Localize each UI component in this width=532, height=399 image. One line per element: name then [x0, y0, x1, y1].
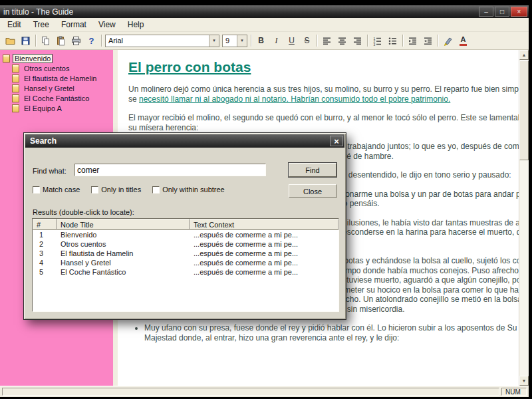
num-lock-indicator: NUM	[501, 388, 527, 396]
column-header-text-context[interactable]: Text Context	[190, 219, 338, 230]
doc-paragraph: El mayor recibió el molino, el segundo s…	[128, 113, 529, 132]
menu-help[interactable]: Help	[122, 18, 150, 31]
tree-node-otros-cuentos[interactable]: Otros cuentos	[0, 63, 113, 73]
menu-format[interactable]: Format	[55, 18, 92, 31]
toolbar-separator	[438, 35, 438, 47]
underline-button[interactable]: U	[284, 34, 299, 48]
font-size-value: 9	[223, 37, 237, 45]
note-icon	[12, 84, 19, 92]
note-icon	[3, 55, 10, 63]
window-title: in título - The Guide	[3, 7, 73, 17]
font-color-icon[interactable]: A	[456, 34, 471, 48]
editor-scrollbar[interactable]: ▲ ▼	[519, 50, 529, 386]
close-icon: ×	[334, 136, 339, 146]
open-icon[interactable]	[3, 34, 18, 48]
toolbar-separator	[402, 35, 403, 47]
scroll-up-icon[interactable]: ▲	[519, 50, 529, 60]
toolbar-separator	[101, 35, 102, 47]
toolbar-separator	[317, 35, 317, 47]
find-what-label: Find what:	[33, 167, 66, 175]
window-controls: – □ ×	[479, 7, 527, 17]
status-message-cell	[2, 388, 499, 396]
menu-bar: Edit Tree Format View Help	[0, 18, 529, 32]
tree-node-flautista[interactable]: El flautista de Hamelin	[0, 73, 113, 83]
result-row[interactable]: 3 El flautista de Hamelin ...espués de c…	[33, 249, 338, 258]
result-row[interactable]: 4 Hansel y Gretel ...espués de comerme a…	[33, 258, 338, 267]
find-button[interactable]: Find	[289, 163, 336, 177]
status-bar: NUM	[0, 386, 529, 397]
search-options: Match case Only in titles Only within su…	[33, 186, 225, 194]
note-icon	[12, 94, 19, 102]
maximize-button[interactable]: □	[495, 7, 509, 17]
dialog-title-bar[interactable]: Search ×	[25, 134, 344, 148]
strikethrough-button[interactable]: S	[299, 34, 315, 48]
bold-button[interactable]: B	[253, 34, 269, 48]
tree-node-equipo[interactable]: El Equipo A	[0, 103, 113, 113]
results-header: # Node Title Text Context	[33, 219, 338, 230]
match-case-checkbox[interactable]: Match case	[33, 186, 80, 194]
doc-bullet: Muy ufano con su presa, fuese donde el r…	[144, 323, 529, 342]
help-icon[interactable]: ?	[84, 34, 99, 48]
checkbox-icon	[91, 186, 98, 194]
toolbar-separator	[367, 35, 368, 47]
column-header-number[interactable]: #	[33, 219, 57, 230]
title-bar[interactable]: in título - The Guide – □ ×	[0, 5, 529, 18]
bullet-list-icon[interactable]	[385, 34, 400, 48]
menu-edit[interactable]: Edit	[1, 18, 27, 31]
close-button[interactable]: ×	[511, 7, 527, 17]
checkbox-icon	[152, 186, 160, 194]
find-input[interactable]	[74, 164, 266, 176]
dialog-title: Search	[30, 136, 57, 146]
scroll-thumb[interactable]	[519, 61, 529, 160]
result-row[interactable]: 5 El Coche Fantástico ...espués de comer…	[33, 267, 338, 277]
indent-icon[interactable]	[420, 34, 436, 48]
note-icon	[12, 104, 19, 112]
align-center-icon[interactable]	[334, 34, 350, 48]
tree-node-coche[interactable]: El Coche Fantástico	[0, 93, 113, 103]
italic-button[interactable]: I	[269, 34, 284, 48]
menu-view[interactable]: View	[92, 18, 122, 31]
chevron-down-icon: ▼	[209, 35, 219, 47]
result-row[interactable]: 2 Otros cuentos ...espués de comerme a m…	[33, 239, 338, 249]
svg-text:3: 3	[374, 42, 376, 46]
note-icon	[12, 74, 19, 82]
minimize-button[interactable]: –	[479, 7, 493, 17]
print-icon[interactable]	[68, 34, 84, 48]
only-within-subtree-checkbox[interactable]: Only within subtree	[152, 186, 225, 194]
font-family-select[interactable]: Arial ▼	[105, 35, 219, 47]
only-in-titles-checkbox[interactable]: Only in titles	[91, 186, 141, 194]
toolbar-separator	[35, 35, 36, 47]
menu-tree[interactable]: Tree	[27, 18, 55, 31]
copy-icon[interactable]	[38, 34, 53, 48]
desktop: in título - The Guide – □ × Edit Tree Fo…	[0, 0, 532, 399]
font-family-value: Arial	[106, 37, 209, 45]
dialog-close-button[interactable]: ×	[330, 136, 343, 146]
tree-node-hansel[interactable]: Hansel y Gretel	[0, 83, 113, 93]
maximize-icon: □	[500, 9, 504, 15]
column-header-node-title[interactable]: Node Title	[57, 219, 190, 230]
minimize-icon: –	[484, 9, 488, 15]
chevron-down-icon: ▼	[237, 35, 247, 47]
close-icon: ×	[517, 9, 521, 15]
toolbar: ? Arial ▼ 9 ▼ B I U S	[0, 32, 529, 50]
align-right-icon[interactable]	[350, 34, 365, 48]
results-list: # Node Title Text Context 1 Bienvenido .…	[32, 218, 339, 312]
font-size-select[interactable]: 9 ▼	[222, 35, 247, 47]
align-left-icon[interactable]	[319, 34, 334, 48]
highlight-icon[interactable]	[440, 34, 456, 48]
toolbar-separator	[251, 35, 251, 47]
numbered-list-icon[interactable]: 123	[370, 34, 385, 48]
save-icon[interactable]	[18, 34, 33, 48]
results-label: Results (double-click to locate):	[33, 208, 134, 216]
doc-title: El perro con botas	[128, 59, 529, 75]
outdent-icon[interactable]	[405, 34, 420, 48]
doc-link[interactable]: necesitó llamar ni al abogado ni al nota…	[139, 94, 450, 104]
scroll-down-icon[interactable]: ▼	[519, 376, 529, 386]
checkbox-icon	[33, 186, 40, 194]
result-row[interactable]: 1 Bienvenido ...espués de comerme a mi p…	[33, 230, 338, 239]
dialog-close-action-button[interactable]: Close	[289, 184, 336, 198]
tree-node-bienvenido[interactable]: Bienvenido	[0, 53, 113, 63]
paste-icon[interactable]	[53, 34, 68, 48]
search-dialog: Search × Find what: Find Close Match cas…	[23, 132, 346, 320]
note-icon	[12, 65, 19, 72]
